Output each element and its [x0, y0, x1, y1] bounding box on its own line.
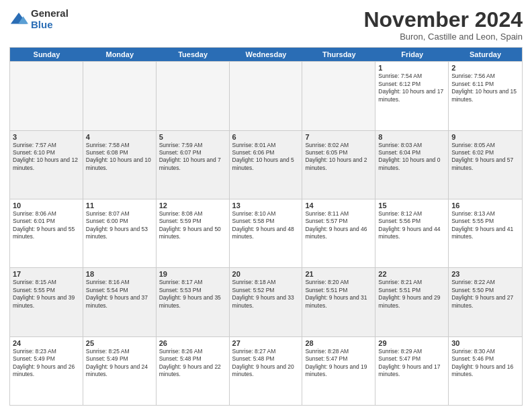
header-day-friday: Friday [375, 48, 449, 61]
cell-info: Sunrise: 7:56 AM Sunset: 6:11 PM Dayligh… [451, 73, 519, 103]
calendar-body: 1Sunrise: 7:54 AM Sunset: 6:12 PM Daylig… [10, 61, 522, 405]
calendar-cell-2-6: 8Sunrise: 8:03 AM Sunset: 6:04 PM Daylig… [375, 131, 449, 199]
cell-info: Sunrise: 8:16 AM Sunset: 5:54 PM Dayligh… [86, 279, 153, 310]
calendar-cell-4-4: 20Sunrise: 8:18 AM Sunset: 5:52 PM Dayli… [230, 268, 303, 336]
header-day-tuesday: Tuesday [157, 48, 230, 61]
cell-info: Sunrise: 8:10 AM Sunset: 5:58 PM Dayligh… [232, 210, 300, 241]
cell-info: Sunrise: 8:15 AM Sunset: 5:55 PM Dayligh… [13, 279, 80, 310]
cell-info: Sunrise: 8:28 AM Sunset: 5:47 PM Dayligh… [305, 348, 372, 379]
cell-info: Sunrise: 8:21 AM Sunset: 5:51 PM Dayligh… [378, 279, 445, 310]
cell-info: Sunrise: 8:17 AM Sunset: 5:53 PM Dayligh… [159, 279, 226, 310]
cell-info: Sunrise: 8:06 AM Sunset: 6:01 PM Dayligh… [13, 210, 80, 241]
page: General Blue November 2024 Buron, Castil… [0, 0, 532, 411]
day-number: 21 [305, 270, 372, 278]
title-section: November 2024 Buron, Castille and Leon, … [363, 8, 523, 42]
calendar-cell-4-1: 17Sunrise: 8:15 AM Sunset: 5:55 PM Dayli… [10, 268, 83, 336]
calendar-cell-4-2: 18Sunrise: 8:16 AM Sunset: 5:54 PM Dayli… [83, 268, 157, 336]
day-number: 22 [378, 270, 445, 278]
calendar-cell-3-2: 11Sunrise: 8:07 AM Sunset: 6:00 PM Dayli… [83, 199, 157, 267]
calendar: SundayMondayTuesdayWednesdayThursdayFrid… [9, 47, 523, 406]
day-number: 13 [232, 201, 300, 210]
calendar-cell-1-1 [10, 62, 83, 130]
calendar-cell-5-4: 27Sunrise: 8:27 AM Sunset: 5:48 PM Dayli… [230, 337, 303, 405]
cell-info: Sunrise: 8:29 AM Sunset: 5:47 PM Dayligh… [378, 348, 445, 379]
cell-info: Sunrise: 7:57 AM Sunset: 6:10 PM Dayligh… [13, 142, 80, 173]
day-number: 12 [159, 201, 226, 210]
calendar-cell-1-7: 2Sunrise: 7:56 AM Sunset: 6:11 PM Daylig… [449, 62, 522, 130]
calendar-cell-1-2 [83, 62, 157, 130]
calendar-cell-5-5: 28Sunrise: 8:28 AM Sunset: 5:47 PM Dayli… [302, 337, 375, 405]
calendar-cell-5-6: 29Sunrise: 8:29 AM Sunset: 5:47 PM Dayli… [375, 337, 449, 405]
calendar-cell-5-2: 25Sunrise: 8:25 AM Sunset: 5:49 PM Dayli… [83, 337, 157, 405]
header-day-sunday: Sunday [10, 48, 83, 61]
cell-info: Sunrise: 8:30 AM Sunset: 5:46 PM Dayligh… [451, 348, 519, 379]
day-number: 25 [86, 339, 153, 347]
calendar-cell-2-7: 9Sunrise: 8:05 AM Sunset: 6:02 PM Daylig… [449, 131, 522, 199]
cell-info: Sunrise: 8:01 AM Sunset: 6:06 PM Dayligh… [232, 142, 300, 173]
cell-info: Sunrise: 8:23 AM Sunset: 5:49 PM Dayligh… [13, 348, 80, 379]
cell-info: Sunrise: 8:27 AM Sunset: 5:48 PM Dayligh… [232, 348, 300, 379]
calendar-cell-3-3: 12Sunrise: 8:08 AM Sunset: 5:59 PM Dayli… [157, 199, 230, 267]
day-number: 5 [159, 133, 226, 141]
calendar-cell-3-1: 10Sunrise: 8:06 AM Sunset: 6:01 PM Dayli… [10, 199, 83, 267]
calendar-cell-5-7: 30Sunrise: 8:30 AM Sunset: 5:46 PM Dayli… [449, 337, 522, 405]
calendar-cell-1-6: 1Sunrise: 7:54 AM Sunset: 6:12 PM Daylig… [375, 62, 449, 130]
calendar-row-4: 17Sunrise: 8:15 AM Sunset: 5:55 PM Dayli… [10, 267, 522, 336]
day-number: 14 [305, 201, 372, 210]
calendar-cell-4-5: 21Sunrise: 8:20 AM Sunset: 5:51 PM Dayli… [302, 268, 375, 336]
calendar-cell-5-3: 26Sunrise: 8:26 AM Sunset: 5:48 PM Dayli… [157, 337, 230, 405]
day-number: 18 [86, 270, 153, 278]
header-day-wednesday: Wednesday [230, 48, 303, 61]
day-number: 4 [86, 133, 153, 141]
cell-info: Sunrise: 8:08 AM Sunset: 5:59 PM Dayligh… [159, 210, 226, 241]
calendar-cell-3-7: 16Sunrise: 8:13 AM Sunset: 5:55 PM Dayli… [449, 199, 522, 267]
location-subtitle: Buron, Castille and Leon, Spain [363, 32, 523, 42]
calendar-cell-3-5: 14Sunrise: 8:11 AM Sunset: 5:57 PM Dayli… [302, 199, 375, 267]
day-number: 10 [13, 201, 80, 210]
cell-info: Sunrise: 8:02 AM Sunset: 6:05 PM Dayligh… [305, 142, 372, 173]
calendar-header: SundayMondayTuesdayWednesdayThursdayFrid… [10, 48, 522, 61]
day-number: 1 [378, 64, 445, 72]
day-number: 24 [13, 339, 80, 347]
cell-info: Sunrise: 8:25 AM Sunset: 5:49 PM Dayligh… [86, 348, 153, 379]
calendar-cell-5-1: 24Sunrise: 8:23 AM Sunset: 5:49 PM Dayli… [10, 337, 83, 405]
cell-info: Sunrise: 8:12 AM Sunset: 5:56 PM Dayligh… [378, 210, 445, 241]
cell-info: Sunrise: 8:18 AM Sunset: 5:52 PM Dayligh… [232, 279, 300, 310]
day-number: 17 [13, 270, 80, 278]
day-number: 15 [378, 201, 445, 210]
logo-icon [9, 10, 28, 29]
calendar-row-1: 1Sunrise: 7:54 AM Sunset: 6:12 PM Daylig… [10, 61, 522, 130]
day-number: 29 [378, 339, 445, 347]
calendar-cell-1-4 [230, 62, 303, 130]
day-number: 26 [159, 339, 226, 347]
cell-info: Sunrise: 7:59 AM Sunset: 6:07 PM Dayligh… [159, 142, 226, 173]
cell-info: Sunrise: 8:05 AM Sunset: 6:02 PM Dayligh… [451, 142, 519, 173]
month-title: November 2024 [363, 8, 523, 32]
day-number: 20 [232, 270, 300, 278]
cell-info: Sunrise: 8:26 AM Sunset: 5:48 PM Dayligh… [159, 348, 226, 379]
header-day-monday: Monday [83, 48, 157, 61]
logo-general-text: General [31, 8, 69, 19]
calendar-cell-4-7: 23Sunrise: 8:22 AM Sunset: 5:50 PM Dayli… [449, 268, 522, 336]
calendar-cell-2-2: 4Sunrise: 7:58 AM Sunset: 6:08 PM Daylig… [83, 131, 157, 199]
day-number: 27 [232, 339, 300, 347]
day-number: 30 [451, 339, 519, 347]
calendar-cell-3-6: 15Sunrise: 8:12 AM Sunset: 5:56 PM Dayli… [375, 199, 449, 267]
cell-info: Sunrise: 8:11 AM Sunset: 5:57 PM Dayligh… [305, 210, 372, 241]
day-number: 28 [305, 339, 372, 347]
day-number: 8 [378, 133, 445, 141]
logo-text: General Blue [31, 8, 69, 30]
day-number: 11 [86, 201, 153, 210]
day-number: 9 [451, 133, 519, 141]
day-number: 3 [13, 133, 80, 141]
cell-info: Sunrise: 8:13 AM Sunset: 5:55 PM Dayligh… [451, 210, 519, 241]
day-number: 2 [451, 64, 519, 72]
header-day-saturday: Saturday [449, 48, 522, 61]
calendar-row-5: 24Sunrise: 8:23 AM Sunset: 5:49 PM Dayli… [10, 336, 522, 405]
day-number: 19 [159, 270, 226, 278]
day-number: 23 [451, 270, 519, 278]
header: General Blue November 2024 Buron, Castil… [9, 8, 523, 42]
cell-info: Sunrise: 7:54 AM Sunset: 6:12 PM Dayligh… [378, 73, 445, 103]
day-number: 7 [305, 133, 372, 141]
calendar-row-3: 10Sunrise: 8:06 AM Sunset: 6:01 PM Dayli… [10, 199, 522, 267]
